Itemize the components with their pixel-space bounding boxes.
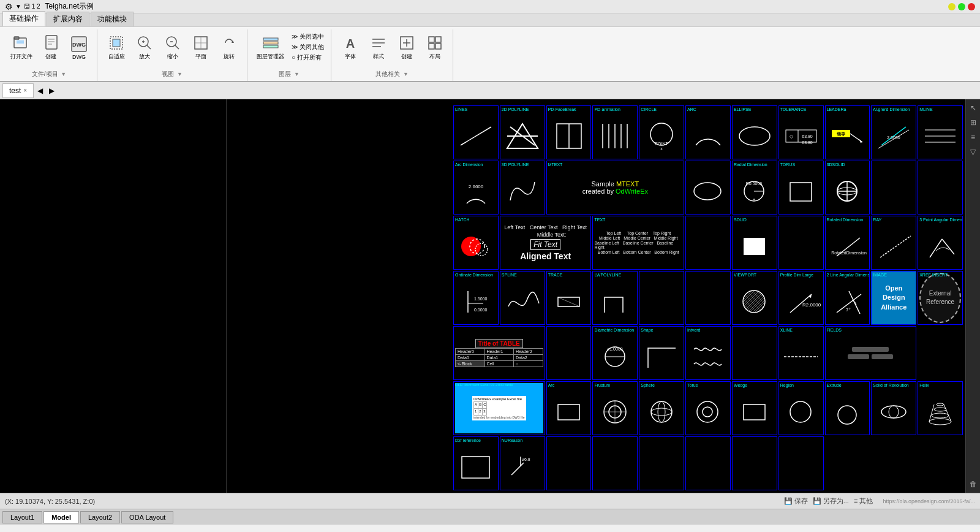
right-tool-properties[interactable]: ⊞ [967,116,979,129]
cell-aligned-dim: Al.gne'd Dimension 2.0000 [871,105,916,159]
create2-button[interactable]: 创建 [394,31,420,63]
cell-empty-r5-a [546,326,592,380]
cell-polyline3d: 3D POLYLINE [500,161,545,215]
cell-sphere: Sphere [639,381,684,435]
dwg-label: DWG [72,54,86,60]
svg-text:A: A [346,37,355,50]
svg-point-123 [934,408,946,411]
svg-text:RotatedDimension: RotatedDimension [831,251,867,255]
cell-empty-r3-b [778,216,824,270]
layer-group-expand[interactable]: ▼ [293,71,301,77]
close-others-button[interactable]: ≫ 关闭其他 [290,42,326,52]
other-group-expand[interactable]: ▼ [402,71,410,77]
zoom-out-icon [163,33,183,53]
save-button[interactable]: 💾 保存 [784,496,808,506]
svg-line-86 [942,239,954,254]
layer-manager-button[interactable]: 图层管理器 [254,31,287,63]
svg-marker-60 [859,139,862,143]
cell-arc2: Arc [546,381,592,435]
svg-text:◇: ◇ [790,134,794,139]
cell-fields: FIELDS [825,326,917,380]
layout-tab-layout2[interactable]: Layout2 [80,511,120,523]
layout-tab-model[interactable]: Model [43,511,79,523]
file-group-expand[interactable]: ▼ [59,71,67,77]
layout-tab-oda[interactable]: ODA Layout [121,511,173,523]
style-icon [369,33,388,53]
svg-text:0.0000: 0.0000 [474,308,488,312]
other-button[interactable]: ≡ 其他 [854,496,873,506]
ribbon-tab-module[interactable]: 功能模块 [91,12,134,26]
right-tool-filter[interactable]: ▽ [967,146,979,158]
svg-text:POINT: POINT [655,142,668,146]
maximize-button[interactable] [958,3,965,10]
right-tool-layers[interactable]: ≡ [967,131,979,143]
ribbon-tab-extend[interactable]: 扩展内容 [47,12,89,26]
close-selected-button[interactable]: ≫ 关闭选中 [290,32,326,42]
rotate-button[interactable]: 旋转 [216,31,242,63]
cell-ole: OLE: Microsoft Excel 97-2003 table OdWri… [453,381,545,435]
svg-point-124 [937,403,944,406]
fit-button[interactable]: 自适应 [104,31,129,63]
close-others-icon: ≫ [292,44,298,50]
ribbon-tab-basic[interactable]: 基础操作 [2,11,45,26]
layout-tab-layout1[interactable]: Layout1 [2,511,42,523]
tab-strip: test × ◀ ▶ [0,82,980,99]
cell-solid3d: 3DSOLID [825,161,870,215]
svg-line-18 [175,45,179,49]
cell-intverd: Intverd [685,326,731,380]
cell-image-oda: IMAGE Open Design Alliance [871,271,916,325]
style-button[interactable]: 样式 [366,31,391,63]
coordinates: (X: 19.10374, Y: 25.5431, Z:0) [5,498,784,505]
create-button[interactable]: 创建 [38,31,64,63]
cell-mline: MLINE [918,105,963,159]
svg-text:R0.5000: R0.5000 [746,181,763,186]
svg-text:2.0000: 2.0000 [888,135,901,140]
dwg-button[interactable]: DWG DWG [66,32,92,63]
ribbon-group-other: A 字体 样式 [333,29,453,81]
tab-nav-right[interactable]: ▶ [47,85,57,96]
font-button[interactable]: A 字体 [337,31,363,63]
close-button[interactable] [968,3,975,10]
cell-viewport: VIEWPORT [732,271,777,325]
close-tab-button[interactable]: × [23,87,27,94]
cell-empty-r4-a [639,271,684,325]
pan-button[interactable]: 平面 [188,31,214,63]
zoom-in-button[interactable]: 放大 [132,31,157,63]
svg-point-51 [739,127,770,145]
canvas-area[interactable]: LINES 2D POLYLINE [227,99,965,493]
minimize-button[interactable] [948,3,956,10]
layout-button[interactable]: 布局 [422,31,448,63]
svg-rect-24 [263,42,278,44]
view-group-expand[interactable]: ▼ [176,71,184,77]
cell-shape: Shape [639,326,684,380]
cell-empty-r3-a [685,216,731,270]
doc-tab-test[interactable]: test × [2,83,34,98]
right-tool-cursor[interactable]: ↖ [967,102,979,114]
cell-empty-r7-f [778,436,824,490]
cad-grid: LINES 2D POLYLINE [453,105,963,490]
svg-rect-36 [435,44,441,49]
create2-icon [397,33,417,53]
svg-point-113 [658,401,665,422]
dwg-icon: DWG [69,34,89,54]
left-panel [0,99,227,493]
layer-buttons: 图层管理器 ≫ 关闭选中 ≫ 关闭其他 ○ 打开所有 [254,31,326,63]
file-buttons: 打开文件 创建 DWG [7,31,92,63]
right-tool-delete[interactable]: 🗑 [967,478,979,490]
cell-lwpoly: LWPOLYLINE [592,271,638,325]
svg-rect-127 [462,457,489,478]
cell-tolerance: TOLERANCE ◇ 63.80 63.80 [778,105,824,159]
cell-empty-r2-5 [685,161,731,215]
tab-nav-left[interactable]: ◀ [35,85,45,96]
cell-face: PD-FaceBreak [546,105,592,159]
open-file-button[interactable]: 打开文件 [7,31,36,63]
ribbon-group-view: 自适应 放大 [99,29,247,81]
svg-text:R2.0000: R2.0000 [802,302,821,308]
cell-empty-r7-d [685,436,731,490]
svg-point-118 [838,406,856,424]
cell-text-sample: Left Text Center Text Right Text Middle … [500,216,592,270]
zoom-out-button[interactable]: 缩小 [160,31,186,63]
open-all-button[interactable]: ○ 打开所有 [290,53,326,63]
save-as-button[interactable]: 💾 另存为... [813,496,849,506]
cell-torus2d: TORUS [778,161,824,215]
